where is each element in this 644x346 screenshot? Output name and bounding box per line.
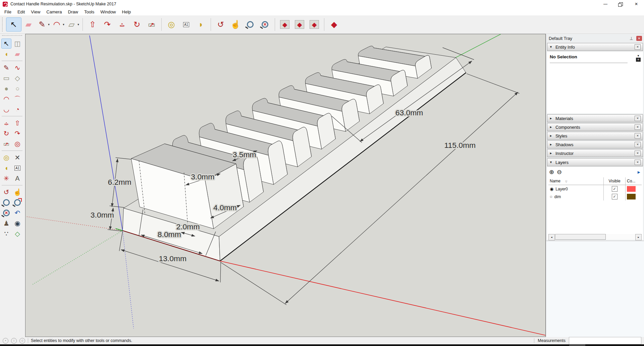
scroll-left-button[interactable]: ◂	[548, 234, 555, 240]
orbit-tool[interactable]: ↺	[2, 187, 11, 197]
scroll-track[interactable]	[555, 234, 635, 240]
section-components[interactable]: ►Components✕	[547, 123, 643, 131]
extension-manager-tool[interactable]: ◆	[327, 18, 341, 31]
section-close-button[interactable]: ✕	[635, 142, 641, 147]
scroll-right-button[interactable]: ▸	[635, 234, 642, 240]
move-tool[interactable]: ↔↕	[2, 118, 11, 128]
rotate-tool[interactable]: ↻	[2, 129, 11, 138]
freehand-tool[interactable]: ∿	[13, 63, 22, 72]
geolocation-icon[interactable]: •	[3, 338, 8, 344]
tray-close-button[interactable]: ✕	[636, 36, 642, 41]
help-icon[interactable]: i	[11, 338, 17, 344]
menu-file[interactable]: File	[1, 9, 14, 14]
section-close-button[interactable]: ✕	[635, 151, 641, 156]
scroll-thumb[interactable]	[555, 234, 606, 240]
two-point-arc-tool[interactable]: ⌒	[13, 94, 22, 104]
pan-tool[interactable]: ☝	[228, 18, 243, 31]
look-around-tool[interactable]: ◉	[13, 219, 22, 228]
entity-detail-toggle[interactable]: ▼	[637, 54, 640, 57]
layer-options-button[interactable]: ►	[637, 170, 641, 175]
column-header-color[interactable]: Co...	[626, 177, 642, 185]
paint-bucket-tool[interactable]: ◗	[194, 18, 208, 31]
rectangle-tool[interactable]: ▱▾	[65, 18, 80, 31]
pie-tool[interactable]: ◔	[13, 105, 22, 114]
add-layer-button[interactable]: ⊕	[549, 169, 554, 175]
section-plane-tool[interactable]: ◇	[13, 229, 22, 238]
eraser-tool[interactable]: ▰	[13, 49, 22, 59]
tape-measure-tool[interactable]: ◎	[164, 18, 179, 31]
layer-visible-checkbox[interactable]: ✓	[612, 186, 618, 192]
section-instructor[interactable]: ►Instructor✕	[547, 149, 643, 157]
measurements-input[interactable]	[569, 337, 641, 344]
zoom-extents-tool[interactable]	[2, 208, 11, 218]
layer-current-radio[interactable]: ◉	[550, 186, 553, 191]
viewport-3d[interactable]: 63.0mm115.0mm3.5mm3.0mm6.2mm3.0mm4.0mm2.…	[25, 34, 546, 337]
menu-help[interactable]: Help	[119, 9, 134, 14]
scale-tool[interactable]: ▭↗	[144, 18, 159, 31]
remove-layer-button[interactable]: ⊖	[557, 169, 562, 175]
line-tool[interactable]: ✎▾	[36, 18, 51, 31]
section-close-button[interactable]: ✕	[635, 44, 641, 50]
section-close-button[interactable]: ✕	[635, 160, 641, 165]
account-icon[interactable]: ☺	[19, 338, 25, 344]
zoom-window-tool[interactable]	[13, 198, 22, 207]
section-entity-info[interactable]: ▼ Entity Info ✕	[547, 43, 643, 51]
zoom-extents-tool[interactable]	[258, 18, 272, 31]
offset-tool[interactable]: ◎	[13, 139, 22, 149]
text-tool[interactable]: A1	[13, 163, 22, 173]
arc-dropdown-arrow-icon[interactable]: ▾	[63, 23, 64, 26]
eraser-tool[interactable]: ▰	[21, 18, 36, 31]
protractor-tool[interactable]: ◖	[2, 163, 11, 173]
3d-warehouse-tool[interactable]: ◆	[292, 18, 307, 31]
minimize-button[interactable]: —	[598, 0, 613, 8]
tape-measure-tool[interactable]: ◎	[2, 153, 11, 162]
layer-color-swatch[interactable]	[627, 194, 636, 199]
menu-tools[interactable]: Tools	[81, 9, 97, 14]
line-tool[interactable]: ✎	[2, 63, 11, 72]
three-point-arc-tool[interactable]: ◡	[2, 105, 11, 114]
menu-window[interactable]: Window	[97, 9, 119, 14]
polygon-tool[interactable]: ○	[13, 84, 22, 93]
select-tool[interactable]: ↖	[2, 39, 11, 48]
select-tool[interactable]: ↖	[6, 18, 21, 31]
orbit-tool[interactable]: ↺	[213, 18, 228, 31]
model-canvas[interactable]: 63.0mm115.0mm3.5mm3.0mm6.2mm3.0mm4.0mm2.…	[25, 34, 545, 337]
rectangle-dropdown-arrow-icon[interactable]: ▾	[77, 23, 79, 26]
section-shadows[interactable]: ►Shadows✕	[547, 140, 643, 149]
make-component-tool[interactable]: ◫	[13, 39, 22, 48]
zoom-tool[interactable]	[2, 198, 11, 207]
follow-me-tool[interactable]: ↷	[100, 18, 115, 31]
zoom-tool[interactable]	[243, 18, 258, 31]
section-layers[interactable]: ▼ Layers ✕	[547, 158, 643, 166]
text-tool[interactable]: A1	[179, 18, 194, 31]
scale-tool[interactable]: ▭↗	[2, 139, 11, 149]
axes-tool[interactable]: ✳	[2, 174, 11, 183]
restore-button[interactable]	[613, 0, 629, 8]
menu-camera[interactable]: Camera	[43, 9, 65, 14]
layer-visible-checkbox[interactable]: ✓	[612, 194, 618, 199]
layer-color-swatch[interactable]	[627, 186, 636, 192]
3d-text-tool[interactable]: A	[13, 174, 22, 183]
section-close-button[interactable]: ✕	[635, 116, 641, 121]
pan-tool[interactable]: ☝	[13, 187, 22, 197]
layers-horizontal-scrollbar[interactable]: ◂ ▸	[548, 234, 642, 240]
menu-draw[interactable]: Draw	[65, 9, 81, 14]
dimension-tool[interactable]: ✕	[13, 153, 22, 162]
arc-tool[interactable]: ◠▾	[51, 18, 65, 31]
section-styles[interactable]: ►Styles✕	[547, 132, 643, 140]
follow-me-tool[interactable]: ↷	[13, 129, 22, 138]
pin-icon[interactable]: ⊤	[630, 36, 633, 41]
walk-tool[interactable]: ∵	[2, 229, 11, 238]
layer-row[interactable]: ◉Layer0✓	[548, 185, 642, 193]
line-dropdown-arrow-icon[interactable]: ▾	[48, 23, 50, 26]
previous-tool[interactable]: ↶	[13, 208, 22, 218]
menu-edit[interactable]: Edit	[14, 9, 28, 14]
column-header-visible[interactable]: Visible	[604, 177, 626, 185]
push-pull-tool[interactable]: ⇧	[13, 118, 22, 128]
push-pull-tool[interactable]: ⇧	[85, 18, 100, 31]
layer-row[interactable]: ○dim✓	[548, 193, 642, 200]
paint-bucket-tool[interactable]: ◖	[2, 49, 11, 59]
position-camera-tool[interactable]: ♟	[2, 219, 11, 228]
section-materials[interactable]: ►Materials✕	[547, 114, 643, 122]
arc-tool[interactable]: ◠	[2, 94, 11, 104]
